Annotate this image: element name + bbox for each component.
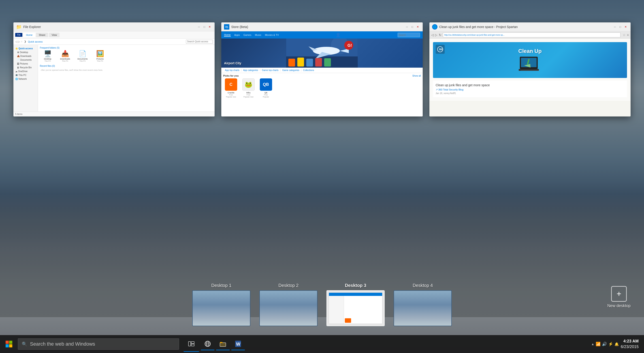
store-cat-collections[interactable]: Collections <box>302 69 316 72</box>
taskbar-explorer-btn[interactable] <box>216 338 230 350</box>
taskbar-search-text: Search the web and Windows <box>30 341 95 347</box>
file-explorer-window[interactable]: ✕ 📁 File Explorer ─ □ ✕ File Home Share … <box>14 23 214 117</box>
desktop-3-bg <box>327 291 384 326</box>
desktop-1-thumb[interactable] <box>192 290 250 326</box>
spartan-maximize-btn[interactable]: □ <box>618 25 622 29</box>
fe-sidebar-desktop[interactable]: 🖥 Desktop <box>14 50 38 54</box>
desktop-4-bg <box>394 291 451 326</box>
store-nav-games[interactable]: Games <box>244 34 251 36</box>
store-search-input[interactable] <box>398 33 420 37</box>
fe-sidebar-downloads[interactable]: 📥 Downloads <box>14 54 38 58</box>
fe-forward-btn[interactable]: ▷ <box>18 40 20 43</box>
store-minimize-btn[interactable]: ─ <box>405 25 409 29</box>
spartan-back-btn[interactable]: ◁ <box>431 33 434 37</box>
svg-rect-24 <box>6 344 9 347</box>
desktop-2-bg <box>260 291 317 326</box>
fe-folder-downloads[interactable]: 📥 Downloads This PC <box>57 50 73 62</box>
desktop-3-item[interactable]: Desktop 3 <box>326 283 385 326</box>
fe-sidebar-pictures[interactable]: 🖼 Pictures <box>14 62 38 66</box>
store-cat-game-categories[interactable]: Game categories <box>280 69 301 72</box>
store-nav-header: Home Apps Games Music Movies & TV 👤 <box>221 31 422 39</box>
fe-folder-pictures[interactable]: 🖼️ Pictures This PC <box>92 50 108 62</box>
desktop-3-thumb[interactable] <box>326 290 385 326</box>
fe-folder-desktop[interactable]: 🖥️ Desktop This PC <box>40 50 56 62</box>
store-hero-banner[interactable]: G! Airport City <box>221 39 422 68</box>
taskbar-clock[interactable]: 4:23 AM 6/23/2015 <box>621 338 639 350</box>
taskview-button[interactable] <box>184 336 199 352</box>
fe-folder-documents[interactable]: 📄 Documents This PC <box>75 50 90 62</box>
store-cat-app-categories[interactable]: App categories <box>242 69 260 72</box>
battery-icon[interactable]: ⚡ <box>608 341 613 346</box>
svg-text:360: 360 <box>439 48 442 51</box>
store-cat-game-charts[interactable]: Game top charts <box>260 69 280 72</box>
svg-text:G!: G! <box>348 43 352 48</box>
new-desktop-button[interactable]: + New desktop <box>607 286 630 308</box>
spartan-address-bar[interactable]: http://us.360totalsecurity.com/clean-up-… <box>443 33 620 38</box>
spartan-forward-btn[interactable]: ▷ <box>435 33 438 37</box>
store-window[interactable]: ✕ 🛍 Store (Beta) ─ □ ✕ Home Apps Games M… <box>221 23 422 117</box>
fe-up-btn[interactable]: ↑ <box>21 40 22 43</box>
maximize-btn[interactable]: □ <box>202 25 206 29</box>
store-app-qb-sub: Free <box>264 94 268 96</box>
fe-tab-home[interactable]: Home <box>23 33 35 37</box>
spartan-refresh-btn[interactable]: ↻ <box>439 33 442 37</box>
fe-statusbar-text: 5 items <box>15 113 22 115</box>
fe-sidebar-network[interactable]: 🌐 Network <box>14 77 38 81</box>
store-app-miku-sub: Free <box>246 94 250 96</box>
desktop-2-thumb[interactable] <box>259 290 318 326</box>
tray-arrow[interactable]: ▲ <box>591 342 594 346</box>
store-app-crackle-name: Crackle <box>228 92 234 94</box>
store-account-icon[interactable]: 👤 <box>336 33 340 38</box>
store-app-miku[interactable]: 🐸 Miku Free Popular now <box>240 78 256 98</box>
spartan-minimize-btn[interactable]: ─ <box>613 25 617 29</box>
store-maximize-btn[interactable]: □ <box>410 25 415 29</box>
desktop-4-thumb[interactable] <box>394 290 452 326</box>
store-nav-home[interactable]: Home <box>224 33 230 37</box>
spartan-hub-btn[interactable]: ≡ <box>627 33 629 37</box>
new-desktop-plus-symbol: + <box>616 289 621 298</box>
notification-icon[interactable]: 🔔 <box>614 342 619 346</box>
spartan-close-btn[interactable]: ✕ <box>624 25 628 29</box>
fe-back-btn[interactable]: ◁ <box>15 40 17 43</box>
close-btn[interactable]: ✕ <box>208 25 212 29</box>
fe-tab-file[interactable]: File <box>15 33 22 37</box>
store-app-crackle-sub2: Popular now <box>226 96 236 98</box>
store-nav-music[interactable]: Music <box>255 34 261 36</box>
fe-folder-desktop-name: Desktop <box>44 58 51 60</box>
fe-sidebar-onedrive[interactable]: ☁ OneDrive <box>14 70 38 73</box>
fe-sidebar-documents[interactable]: 📄 Documents <box>14 58 38 62</box>
fe-sidebar: ⭐ Quick access 🖥 Desktop 📥 Downloads 📄 D… <box>14 45 38 112</box>
minimize-btn[interactable]: ─ <box>197 25 201 29</box>
fe-sidebar-recycle[interactable]: 🗑 Recycle Bin <box>14 66 38 70</box>
desktop-4-item[interactable]: Desktop 4 <box>394 283 452 326</box>
store-app-qb[interactable]: QB QB Free Popular <box>258 78 274 98</box>
spartan-ad-text-area: Clean up junk files and get more space ↗… <box>433 81 627 97</box>
browser-icon <box>204 341 211 347</box>
spartan-fav-btn[interactable]: ☆ <box>623 33 626 37</box>
fe-tab-view[interactable]: View <box>49 33 60 37</box>
store-app-miku-icon: 🐸 <box>242 78 255 91</box>
network-icon[interactable]: 📶 <box>596 341 600 346</box>
store-nav-movies[interactable]: Movies & TV <box>265 34 279 36</box>
fe-sidebar-quick-access[interactable]: ⭐ Quick access <box>14 47 38 50</box>
fe-address-text[interactable]: Quick access <box>28 40 184 43</box>
taskbar-word-btn[interactable]: W <box>231 338 245 350</box>
desktop-1-item[interactable]: Desktop 1 <box>192 283 250 326</box>
store-cat-app-charts[interactable]: App top charts <box>223 69 241 72</box>
taskbar-browser-btn[interactable] <box>201 338 214 350</box>
fe-tab-share[interactable]: Share <box>36 33 48 37</box>
start-button[interactable] <box>0 335 18 353</box>
spartan-ad-link[interactable]: ↗ 360 Total Security Blog <box>436 88 624 91</box>
store-close-btn[interactable]: ✕ <box>416 25 420 29</box>
volume-icon[interactable]: 🔊 <box>602 341 607 346</box>
store-app-crackle[interactable]: C Crackle Free Popular now <box>223 78 239 98</box>
store-show-all-link[interactable]: Show all <box>412 75 421 77</box>
fe-search-input[interactable] <box>186 40 213 44</box>
store-nav-apps[interactable]: Apps <box>234 34 240 36</box>
fe-folder-desktop-sub: This PC <box>44 60 51 62</box>
taskbar-search-box[interactable]: 🔍 Search the web and Windows <box>18 338 179 350</box>
clock-date: 6/23/2015 <box>621 344 639 350</box>
fe-sidebar-thispc[interactable]: 💻 This PC <box>14 73 38 77</box>
spartan-window[interactable]: ✕ 🌐 Clean up junk files and get more spa… <box>430 23 630 117</box>
desktop-2-item[interactable]: Desktop 2 <box>259 283 318 326</box>
